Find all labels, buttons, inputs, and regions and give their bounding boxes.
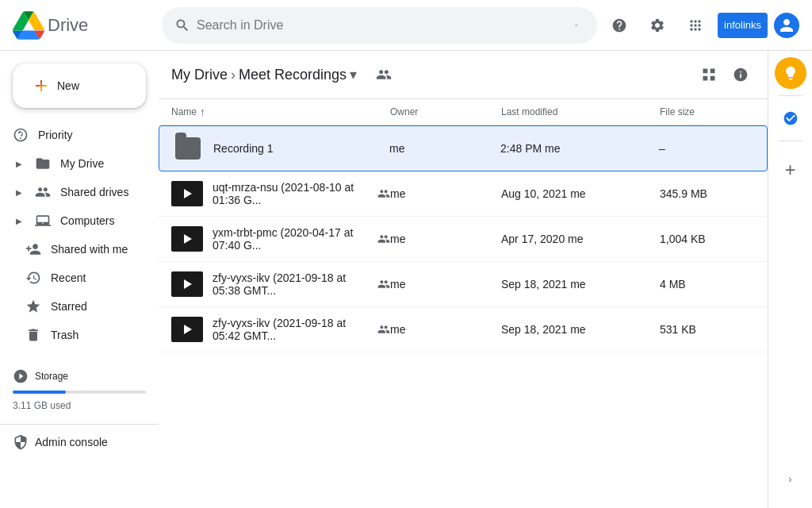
storage-label-area[interactable]: Storage — [13, 368, 146, 384]
table-row[interactable]: Recording 1 me 2:48 PM me – — [159, 125, 768, 171]
storage-label: Storage — [35, 371, 68, 382]
expand-icon: ▶ — [13, 157, 25, 170]
file-size: 1,004 KB — [660, 233, 755, 245]
priority-icon — [13, 127, 29, 143]
file-modified: Sep 18, 2021 me — [501, 278, 660, 291]
manage-members-button[interactable] — [370, 60, 398, 89]
search-bar[interactable] — [162, 7, 597, 44]
expand-right-panel-button[interactable]: › — [775, 464, 806, 495]
col-header-modified[interactable]: Last modified — [501, 106, 660, 117]
storage-section: Storage 3.11 GB used — [0, 356, 159, 424]
plus-icon — [32, 76, 51, 95]
sidebar-item-starred-label: Starred — [51, 300, 87, 313]
computer-icon — [35, 213, 51, 229]
brand-logo[interactable]: infolinks — [718, 13, 768, 38]
search-icon — [174, 17, 190, 33]
avatar[interactable] — [774, 13, 799, 38]
breadcrumb-dropdown-icon[interactable]: ▾ — [350, 66, 357, 83]
file-name-cell: uqt-mrza-nsu (2021-08-10 at 01:36 G... — [171, 178, 390, 210]
file-modified: 2:48 PM me — [500, 142, 659, 155]
video-icon — [171, 178, 203, 210]
star-icon — [25, 298, 41, 314]
sidebar-item-my-drive-label: My Drive — [60, 157, 104, 170]
admin-console-link[interactable]: Admin console — [0, 424, 159, 460]
breadcrumb-parent[interactable]: My Drive — [171, 67, 228, 83]
folder-icon — [172, 133, 204, 164]
expand-icon2: ▶ — [13, 186, 25, 198]
table-row[interactable]: zfy-vyxs-ikv (2021-09-18 at 05:38 GMT...… — [159, 262, 768, 307]
file-size: 345.9 MB — [660, 187, 755, 200]
file-size: 531 KB — [660, 323, 755, 336]
sort-arrow-icon: ↑ — [200, 106, 205, 118]
storage-bar-bg — [13, 391, 146, 394]
breadcrumb-separator: › — [231, 67, 236, 83]
shared-icon — [377, 187, 390, 200]
shared-icon — [377, 278, 390, 291]
file-modified: Aug 10, 2021 me — [501, 187, 660, 200]
video-icon — [171, 314, 203, 345]
shared-drives-icon — [35, 184, 51, 200]
table-row[interactable]: uqt-mrza-nsu (2021-08-10 at 01:36 G... m… — [159, 171, 768, 217]
add-apps-button[interactable]: + — [775, 154, 806, 186]
sidebar-item-shared-drives[interactable]: ▶ Shared drives — [0, 178, 152, 206]
content-header: My Drive › Meet Recordings ▾ — [159, 51, 768, 99]
sidebar-item-starred[interactable]: Starred — [0, 292, 152, 321]
col-header-owner[interactable]: Owner — [390, 106, 501, 117]
right-panel: + › — [768, 51, 812, 508]
file-name-cell: zfy-vyxs-ikv (2021-09-18 at 05:38 GMT... — [171, 268, 390, 300]
shared-icon — [377, 233, 390, 245]
new-label: New — [57, 79, 79, 92]
file-title: zfy-vyxs-ikv (2021-09-18 at 05:38 GMT... — [213, 271, 365, 297]
sidebar: New Priority ▶ My Drive ▶ Shared drives — [0, 51, 159, 508]
file-modified: Apr 17, 2020 me — [501, 233, 660, 245]
expand-icon3: ▶ — [13, 214, 25, 227]
file-owner: me — [390, 233, 501, 245]
main-layout: New Priority ▶ My Drive ▶ Shared drives — [0, 51, 812, 508]
sidebar-item-recent[interactable]: Recent — [0, 264, 152, 292]
sidebar-item-recent-label: Recent — [51, 271, 86, 284]
info-button[interactable] — [726, 60, 755, 89]
help-button[interactable] — [603, 10, 635, 41]
file-modified: Sep 18, 2021 me — [501, 323, 660, 336]
file-size: 4 MB — [660, 278, 755, 291]
search-input[interactable] — [197, 18, 562, 33]
apps-button[interactable] — [680, 10, 711, 41]
logo-text: Drive — [48, 15, 88, 36]
table-header: Name ↑ Owner Last modified File size — [159, 99, 768, 125]
grid-view-button[interactable] — [695, 60, 723, 89]
file-name-cell: yxm-trbt-pmc (2020-04-17 at 07:40 G... — [171, 223, 390, 255]
admin-console-label: Admin console — [35, 436, 108, 448]
file-title: Recording 1 — [213, 142, 274, 155]
sidebar-item-computers-label: Computers — [60, 214, 114, 227]
table-row[interactable]: yxm-trbt-pmc (2020-04-17 at 07:40 G... m… — [159, 217, 768, 262]
settings-button[interactable] — [642, 10, 673, 41]
sidebar-item-my-drive[interactable]: ▶ My Drive — [0, 149, 152, 178]
video-icon — [171, 268, 203, 300]
panel-divider2 — [779, 140, 802, 141]
keep-button[interactable] — [775, 57, 806, 89]
new-button[interactable]: New — [13, 64, 146, 108]
file-owner: me — [390, 187, 501, 200]
sidebar-item-trash-label: Trash — [51, 329, 79, 341]
breadcrumb: My Drive › Meet Recordings ▾ — [171, 66, 357, 83]
filter-icon[interactable] — [569, 17, 584, 33]
col-header-name[interactable]: Name ↑ — [171, 106, 390, 118]
topbar-right: infolinks — [603, 10, 799, 41]
storage-bar-fill — [13, 391, 66, 394]
file-title: zfy-vyxs-ikv (2021-09-18 at 05:42 GMT... — [213, 317, 365, 342]
sidebar-item-shared-drives-label: Shared drives — [60, 186, 128, 198]
table-row[interactable]: zfy-vyxs-ikv (2021-09-18 at 05:42 GMT...… — [159, 307, 768, 352]
file-owner: me — [390, 323, 501, 336]
logo-area: Drive — [13, 10, 155, 41]
shared-icon — [377, 323, 390, 336]
folder-icon — [35, 156, 51, 171]
tasks-button[interactable] — [775, 102, 806, 134]
sidebar-item-priority[interactable]: Priority — [0, 121, 152, 149]
video-icon — [171, 223, 203, 255]
sidebar-item-computers[interactable]: ▶ Computers — [0, 206, 152, 235]
col-header-size[interactable]: File size — [660, 106, 755, 117]
shared-with-me-icon — [25, 241, 41, 257]
file-table: Name ↑ Owner Last modified File size Rec… — [159, 99, 768, 508]
sidebar-item-shared-with-me[interactable]: Shared with me — [0, 235, 152, 264]
sidebar-item-trash[interactable]: Trash — [0, 321, 152, 349]
